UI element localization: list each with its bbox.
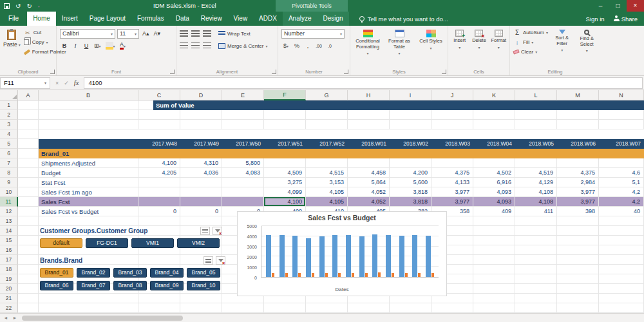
cell-K8[interactable]: 4,502 bbox=[473, 168, 515, 178]
fill-color-button[interactable]: ▾ bbox=[104, 41, 117, 51]
cell-I9[interactable]: 5,600 bbox=[390, 178, 431, 187]
paste-button[interactable]: Paste▾ bbox=[3, 28, 21, 56]
slicer-button-brand_02[interactable]: Brand_02 bbox=[77, 268, 110, 278]
qat-customize-icon[interactable]: ▾ bbox=[38, 4, 40, 8]
cell-J3[interactable] bbox=[431, 120, 473, 129]
multi-select-icon[interactable] bbox=[200, 227, 210, 235]
cell-M7[interactable] bbox=[557, 158, 599, 168]
horizontal-scrollbar[interactable]: ◄ ► bbox=[0, 313, 644, 322]
cell-K3[interactable] bbox=[473, 120, 515, 129]
select-all-corner[interactable] bbox=[0, 90, 18, 100]
clear-filter-icon[interactable] bbox=[213, 227, 222, 235]
tab-addx[interactable]: ADDX bbox=[253, 12, 283, 26]
cell-A10[interactable] bbox=[18, 187, 39, 197]
scroll-left-icon[interactable]: ◄ bbox=[1, 314, 10, 322]
font-size-combo[interactable]: 11▾ bbox=[117, 29, 139, 39]
cell-M9[interactable]: 2,984 bbox=[557, 178, 599, 187]
cell-H9[interactable]: 5,864 bbox=[348, 178, 390, 187]
row-header-22[interactable]: 22 bbox=[0, 303, 18, 313]
cell-D21[interactable] bbox=[180, 294, 222, 303]
cell-D11[interactable] bbox=[180, 197, 222, 207]
week-header-J[interactable]: 2018.W03 bbox=[431, 139, 473, 149]
cell-E22[interactable] bbox=[222, 303, 264, 313]
row-header-1[interactable]: 1 bbox=[0, 100, 18, 110]
cell-A12[interactable] bbox=[18, 207, 39, 216]
cell-styles-button[interactable]: Cell Styles▾ bbox=[417, 28, 445, 57]
row-header-12[interactable]: 12 bbox=[0, 207, 18, 216]
cell-K7[interactable] bbox=[473, 158, 515, 168]
clear-filter-icon[interactable] bbox=[216, 256, 225, 265]
cell-K10[interactable]: 4,093 bbox=[473, 187, 515, 197]
cell-F9[interactable]: 3,275 bbox=[264, 178, 306, 187]
cell-K21[interactable] bbox=[473, 294, 515, 303]
formula-input[interactable]: 4100 bbox=[84, 77, 643, 89]
font-color-button[interactable]: A▾ bbox=[118, 41, 128, 51]
tab-design[interactable]: Design bbox=[317, 12, 348, 26]
week-header-L[interactable]: 2018.W05 bbox=[515, 139, 557, 149]
cell-H7[interactable] bbox=[348, 158, 390, 168]
share-button[interactable]: Share bbox=[614, 15, 638, 23]
cell-I10[interactable]: 3,818 bbox=[390, 187, 431, 197]
shrink-font-button[interactable]: A▾ bbox=[153, 29, 162, 39]
column-header-D[interactable]: D bbox=[180, 90, 222, 100]
cell-K18[interactable] bbox=[473, 265, 515, 274]
cell-H8[interactable]: 4,458 bbox=[348, 168, 390, 178]
cell-N16[interactable] bbox=[599, 245, 644, 255]
cell-C12[interactable]: 0 bbox=[138, 207, 180, 216]
cell-L7[interactable] bbox=[515, 158, 557, 168]
tell-me-box[interactable]: Tell me what you want to do... bbox=[359, 12, 448, 26]
cell-K17[interactable] bbox=[473, 255, 515, 265]
alignment-dialog-launcher[interactable] bbox=[272, 70, 276, 74]
cell-A15[interactable] bbox=[18, 236, 39, 245]
cell-H2[interactable] bbox=[348, 110, 390, 120]
cell-N21[interactable] bbox=[599, 294, 644, 303]
cell-G10[interactable]: 4,105 bbox=[306, 187, 348, 197]
cell-D10[interactable] bbox=[180, 187, 222, 197]
cell-A6[interactable] bbox=[18, 149, 39, 158]
tab-analyze[interactable]: Analyze bbox=[283, 12, 317, 26]
cell-N11[interactable]: 4,2 bbox=[599, 197, 644, 207]
cell-L22[interactable] bbox=[515, 303, 557, 313]
clear-button[interactable]: Clear▾ bbox=[513, 48, 548, 56]
cell-E7[interactable]: 5,800 bbox=[222, 158, 264, 168]
wrap-text-button[interactable]: Wrap Text bbox=[218, 30, 251, 38]
row-label-9[interactable]: Stat Fcst bbox=[39, 178, 138, 187]
cell-J8[interactable]: 4,375 bbox=[431, 168, 473, 178]
cell-D12[interactable]: 0 bbox=[180, 207, 222, 216]
grow-font-button[interactable]: A▴ bbox=[141, 29, 151, 39]
column-header-M[interactable]: M bbox=[557, 90, 599, 100]
cell-A22[interactable] bbox=[18, 303, 39, 313]
cell-N15[interactable] bbox=[599, 236, 644, 245]
slicer-button-brand_05[interactable]: Brand_05 bbox=[187, 268, 220, 278]
row-header-14[interactable]: 14 bbox=[0, 226, 18, 236]
cell-G22[interactable] bbox=[306, 303, 348, 313]
cell-A7[interactable] bbox=[18, 158, 39, 168]
row-header-13[interactable]: 13 bbox=[0, 216, 18, 226]
row-header-6[interactable]: 6 bbox=[0, 149, 18, 158]
row-label-8[interactable]: Budget bbox=[39, 168, 138, 178]
week-header-G[interactable]: 2017.W52 bbox=[306, 139, 348, 149]
cell-N19[interactable] bbox=[599, 274, 644, 284]
cell-M11[interactable]: 3,977 bbox=[557, 197, 599, 207]
cell-C3[interactable] bbox=[138, 120, 180, 129]
cell-F8[interactable]: 4,509 bbox=[264, 168, 306, 178]
row-header-4[interactable]: 4 bbox=[0, 129, 18, 139]
cell-K16[interactable] bbox=[473, 245, 515, 255]
cell-A21[interactable] bbox=[18, 294, 39, 303]
cell-L3[interactable] bbox=[515, 120, 557, 129]
align-bottom-icon[interactable] bbox=[203, 30, 211, 37]
cell-B22[interactable] bbox=[39, 303, 138, 313]
cell-E8[interactable]: 4,083 bbox=[222, 168, 264, 178]
cell-D8[interactable]: 4,036 bbox=[180, 168, 222, 178]
align-center-icon[interactable] bbox=[191, 43, 200, 49]
tab-view[interactable]: View bbox=[228, 12, 254, 26]
cell-M20[interactable] bbox=[557, 284, 599, 294]
align-top-icon[interactable] bbox=[180, 30, 188, 37]
cell-N13[interactable] bbox=[599, 216, 644, 226]
week-header-F[interactable]: 2017.W51 bbox=[264, 139, 306, 149]
cell-G9[interactable]: 3,153 bbox=[306, 178, 348, 187]
autosum-button[interactable]: ΣAutoSum▾ bbox=[513, 28, 548, 37]
maximize-button[interactable]: □ bbox=[609, 0, 627, 12]
font-name-combo[interactable]: Calibri▾ bbox=[60, 29, 115, 39]
cell-N12[interactable]: 40 bbox=[599, 207, 644, 216]
